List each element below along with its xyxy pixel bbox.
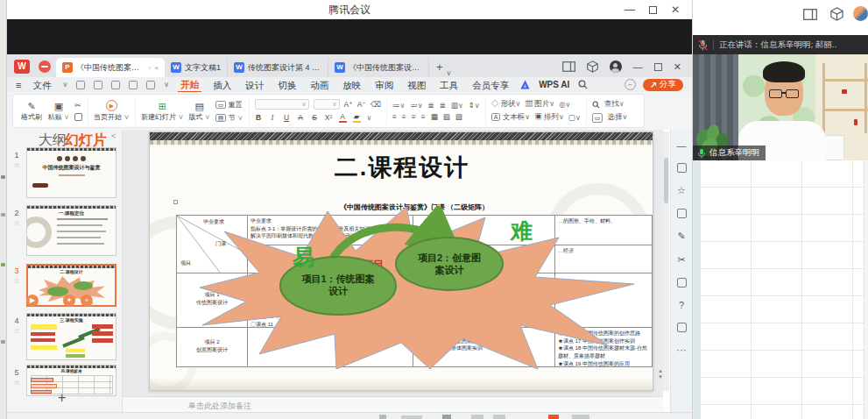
slide-thumbnail-5[interactable]: 四.课程标准 [26,365,116,396]
columns-icon[interactable]: ▥∨ [451,101,463,110]
document-tab[interactable]: W 《中国传统图案设计与鉴赏》教学大纲 [328,58,429,77]
ticket-icon[interactable] [677,323,687,332]
mic-muted-icon[interactable] [698,39,708,51]
section-button[interactable]: ▤ 节 ∨ [215,113,243,123]
document-tab[interactable]: W 传统图案设计第 4 次课教学整体设计 [228,58,328,77]
star-icon[interactable]: ☆ [11,161,23,169]
star-icon[interactable]: ☆ [11,379,23,387]
font-size-select[interactable] [314,99,340,110]
tab-close-icon[interactable]: × [154,64,159,72]
layout-switch-icon[interactable] [803,9,817,20]
prev-next-slide-buttons[interactable]: ▲▼ [658,368,663,380]
strikethrough-button[interactable]: S [311,113,319,122]
font-family-select[interactable] [255,99,309,110]
save-icon[interactable] [76,81,85,89]
bullet-list-icon[interactable]: ≔∨ [392,101,405,110]
picture-button[interactable]: ▦ 图片∨ [525,99,554,110]
slide-canvas[interactable]: 二.课程设计 《中国传统图案设计与鉴赏》门课 （二级矩阵） 毕业要求 门课 项目… [149,131,653,391]
cut-tool-icon[interactable]: ✂ [677,254,685,266]
align-center-icon[interactable]: ≡ [402,112,406,121]
paste-button[interactable]: ▣ 粘贴 ∨ [47,101,70,122]
edit-pen-icon[interactable]: ✎ [677,231,685,242]
placeholder-button[interactable]: ▢∨ [568,113,581,122]
document-tab-active[interactable]: P 《中国传统图案设计与鉴赏》 ◦ × [56,58,165,77]
menu-review[interactable]: 审阅 [372,78,396,92]
properties-icon[interactable] [677,163,687,173]
new-slide-button[interactable]: ⊞ 新建幻灯片 ∨ [141,101,184,122]
reset-button[interactable]: ▭ 重置 [215,100,243,110]
cloud-sync-icon[interactable] [625,79,636,90]
slide-scrollbar-thumb[interactable] [664,158,668,203]
participant-video-tile[interactable]: 信息系辛明明 [693,54,868,160]
search-icon[interactable] [578,80,588,89]
menu-transition[interactable]: 切换 [275,78,299,92]
document-tab[interactable]: W 文字文稿1 [165,58,228,77]
number-list-icon[interactable]: ≕∨ [410,101,422,110]
immersive-cube-icon[interactable] [830,7,843,21]
project-ovals-layer[interactable] [198,207,636,369]
more-icon[interactable]: ⋯ [677,344,687,356]
shapes-button[interactable]: ◇ 形状∨ [491,99,521,110]
format-painter-button[interactable]: ✎ 格式刷 [20,101,43,122]
cube-icon[interactable] [587,60,598,73]
star-icon[interactable]: ☆ [11,327,23,335]
wps-logo-icon[interactable]: W [14,60,30,74]
menu-file[interactable]: 文件 [30,78,53,92]
menu-design[interactable]: 设计 [243,78,266,92]
menu-animation[interactable]: 动画 [307,78,331,92]
tab-sync-icon[interactable]: ◦ [148,64,151,72]
spreadsheet-grid[interactable] [701,160,864,419]
menu-home[interactable]: 开始 [178,77,201,93]
menu-member[interactable]: 会员专享 [469,78,512,92]
clear-format-icon[interactable]: ⌫ [370,100,381,109]
icon-library-button[interactable]: ◎∨ [559,100,570,109]
text-direction-icon[interactable]: ▧ [443,112,450,121]
menu-view[interactable]: 视图 [405,78,428,92]
print-preview-icon[interactable] [111,81,120,89]
hamburger-icon[interactable]: ≡ [16,80,21,90]
account-avatar[interactable] [610,60,622,73]
underline-button[interactable]: U [283,113,291,122]
side-panel-icon[interactable] [562,61,575,72]
align-left-icon[interactable]: ≡ [392,112,397,121]
shape-library-icon[interactable] [677,209,687,218]
superscript-button[interactable]: X² [325,113,333,122]
spreadsheet-scrollbar[interactable] [864,160,868,419]
find-button[interactable]: 查找∨ [604,99,625,110]
strike-a-button[interactable]: A [297,113,305,122]
justify-icon[interactable]: ≡ [421,112,426,121]
font-color-button[interactable]: A [339,112,347,123]
thumb-play-button[interactable]: ▶ [26,295,39,307]
wps-restore-button[interactable] [654,63,662,71]
notes-bar[interactable]: 单击此处添加备注 [123,396,663,412]
pdf-app-icon[interactable] [39,60,51,73]
highlight-button[interactable]: ▰ [353,112,361,123]
cut-icon[interactable]: ✂ [74,101,82,110]
menu-slideshow[interactable]: 放映 [340,78,363,92]
bold-button[interactable]: B [255,113,263,122]
italic-button[interactable]: I [269,113,277,122]
file-caret-icon[interactable]: ∨ [62,81,67,89]
increase-font-icon[interactable]: A⁺ [344,100,353,109]
statusbar-glyph[interactable] [379,415,386,419]
new-tab-button[interactable]: + [436,60,443,74]
statusbar-share-glyph[interactable] [548,415,559,419]
add-slide-button[interactable]: + [58,390,66,406]
slide-thumbnail-2[interactable]: 一.课程定位 [26,205,116,256]
collapse-ribbon-icon[interactable]: — [677,140,687,151]
select-button[interactable]: 选择∨ [607,112,627,123]
share-button[interactable]: 分享 [643,79,683,91]
decrease-font-icon[interactable]: A⁻ [357,100,366,109]
textbox-button[interactable]: A 文本框∨ [491,112,530,123]
collapse-panel-button[interactable]: < [111,131,116,140]
arrange-button[interactable]: ▣ 排列∨ [534,112,564,123]
help-icon[interactable]: ? [679,300,684,310]
reading-layout-icon[interactable] [677,278,687,288]
meeting-avatar[interactable] [853,6,868,21]
slide-thumbnail-1[interactable]: 中国传统图案设计与鉴赏 [26,147,116,198]
undo-icon[interactable] [129,81,138,89]
maximize-button[interactable] [649,6,657,14]
favorite-star-icon[interactable]: ☆ [677,185,686,196]
slide-title[interactable]: 二.课程设计 [150,152,653,183]
spreadsheet-background[interactable] [693,160,868,419]
